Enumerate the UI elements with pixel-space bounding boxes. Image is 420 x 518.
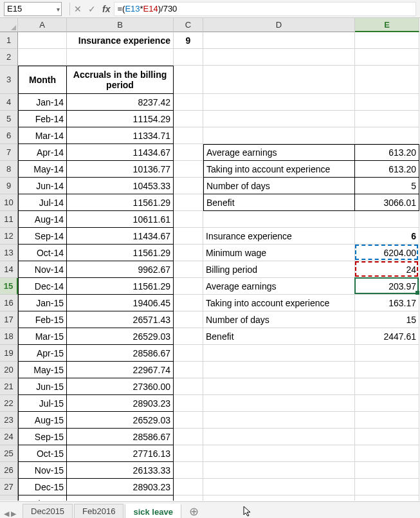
cell-E9[interactable]: 5: [355, 178, 419, 194]
cell-A28[interactable]: Total: [18, 495, 67, 501]
cell-E11[interactable]: [355, 211, 419, 228]
row-header-18[interactable]: 18: [0, 328, 18, 345]
col-header-E[interactable]: E: [355, 18, 419, 32]
cell-A15[interactable]: Dec-14: [18, 278, 67, 295]
cell-B21[interactable]: 27360.00: [67, 378, 174, 395]
row-header-23[interactable]: 23: [0, 412, 18, 429]
cell-C12[interactable]: [174, 228, 203, 245]
cell-C26[interactable]: [174, 462, 203, 479]
cell-C6[interactable]: [174, 127, 203, 144]
cell-D23[interactable]: [203, 412, 355, 429]
cell-D1[interactable]: [203, 32, 355, 49]
cell-A11[interactable]: Aug-14: [18, 211, 67, 228]
cell-B22[interactable]: 28903.23: [67, 395, 174, 412]
cell-E17[interactable]: 15: [355, 311, 419, 328]
row-header-20[interactable]: 20: [0, 362, 18, 378]
col-header-B[interactable]: B: [67, 18, 174, 32]
cell-C11[interactable]: [174, 211, 203, 228]
cell-E1[interactable]: [355, 32, 419, 49]
cell-B3[interactable]: Accruals in the billing period: [67, 66, 174, 94]
cell-B18[interactable]: 26529.03: [67, 328, 174, 345]
cell-D8[interactable]: Taking into account experience: [203, 161, 355, 178]
cell-D18[interactable]: Benefit: [203, 328, 355, 345]
row-header-1[interactable]: 1: [0, 32, 18, 49]
row-header-22[interactable]: 22: [0, 395, 18, 412]
row-header-16[interactable]: 16: [0, 295, 18, 311]
row-header-9[interactable]: 9: [0, 178, 18, 194]
spreadsheet-area[interactable]: ABCDE 1234567891011121314151617181920212…: [0, 18, 420, 501]
row-header-7[interactable]: 7: [0, 144, 18, 161]
row-header-5[interactable]: 5: [0, 111, 18, 127]
cell-B19[interactable]: 28586.67: [67, 345, 174, 362]
cell-B24[interactable]: 28586.67: [67, 429, 174, 445]
cell-C13[interactable]: [174, 245, 203, 261]
cell-C20[interactable]: [174, 362, 203, 378]
cell-B2[interactable]: [67, 49, 174, 66]
cell-A18[interactable]: Mar-15: [18, 328, 67, 345]
cell-D2[interactable]: [203, 49, 355, 66]
cell-C24[interactable]: [174, 429, 203, 445]
cell-A26[interactable]: Nov-15: [18, 462, 67, 479]
row-header-26[interactable]: 26: [0, 462, 18, 479]
cell-C17[interactable]: [174, 311, 203, 328]
cell-A10[interactable]: Jul-14: [18, 194, 67, 211]
col-header-A[interactable]: A: [18, 18, 67, 32]
cell-A2[interactable]: [18, 49, 67, 66]
cell-A17[interactable]: Feb-15: [18, 311, 67, 328]
row-header-2[interactable]: 2: [0, 49, 18, 66]
row-header-27[interactable]: 27: [0, 479, 18, 495]
cell-D14[interactable]: Billing period: [203, 261, 355, 278]
cell-E18[interactable]: 2447.61: [355, 328, 419, 345]
cell-E22[interactable]: [355, 395, 419, 412]
row-header-10[interactable]: 10: [0, 194, 18, 211]
cell-D16[interactable]: Taking into account experience: [203, 295, 355, 311]
row-header-4[interactable]: 4: [0, 94, 18, 111]
cell-C9[interactable]: [174, 178, 203, 194]
row-header-8[interactable]: 8: [0, 161, 18, 178]
row-header-19[interactable]: 19: [0, 345, 18, 362]
cell-B14[interactable]: 9962.67: [67, 261, 174, 278]
cell-E16[interactable]: 163.17: [355, 295, 419, 311]
cell-B23[interactable]: 26529.03: [67, 412, 174, 429]
cell-E7[interactable]: 613.20: [355, 144, 419, 161]
cell-A25[interactable]: Oct-15: [18, 445, 67, 462]
cell-A12[interactable]: Sep-14: [18, 228, 67, 245]
cell-D25[interactable]: [203, 445, 355, 462]
cell-D21[interactable]: [203, 378, 355, 395]
sheet-tab-sick-leave[interactable]: sick leave: [125, 504, 181, 518]
cell-E2[interactable]: [355, 49, 419, 66]
cell-D27[interactable]: [203, 479, 355, 495]
cell-A9[interactable]: Jun-14: [18, 178, 67, 194]
cell-E6[interactable]: [355, 127, 419, 144]
cell-A22[interactable]: Jul-15: [18, 395, 67, 412]
row-header-21[interactable]: 21: [0, 378, 18, 395]
cell-B4[interactable]: 8237.42: [67, 94, 174, 111]
sheet-tab-Feb2016[interactable]: Feb2016: [74, 504, 123, 518]
row-header-25[interactable]: 25: [0, 445, 18, 462]
cell-C25[interactable]: [174, 445, 203, 462]
cell-C3[interactable]: [174, 66, 203, 94]
cell-A3[interactable]: Month: [18, 66, 67, 94]
cell-B17[interactable]: 26571.43: [67, 311, 174, 328]
cell-A24[interactable]: Sep-15: [18, 429, 67, 445]
cell-A5[interactable]: Feb-14: [18, 111, 67, 127]
cell-E26[interactable]: [355, 462, 419, 479]
accept-icon[interactable]: ✓: [88, 4, 96, 14]
cell-C21[interactable]: [174, 378, 203, 395]
cell-A20[interactable]: May-15: [18, 362, 67, 378]
col-header-D[interactable]: D: [203, 18, 355, 32]
cell-B11[interactable]: 10611.61: [67, 211, 174, 228]
cell-C27[interactable]: [174, 479, 203, 495]
cell-A23[interactable]: Aug-15: [18, 412, 67, 429]
cell-A7[interactable]: Apr-14: [18, 144, 67, 161]
cell-B16[interactable]: 19406.45: [67, 295, 174, 311]
sheet-tab-Dec2015[interactable]: Dec2015: [23, 504, 73, 518]
cell-B20[interactable]: 22967.74: [67, 362, 174, 378]
cell-A16[interactable]: Jan-15: [18, 295, 67, 311]
name-box[interactable]: E15 ▾: [4, 2, 62, 16]
row-header-13[interactable]: 13: [0, 245, 18, 261]
cell-B12[interactable]: 11434.67: [67, 228, 174, 245]
cell-D17[interactable]: Number of days: [203, 311, 355, 328]
cell-A27[interactable]: Dec-15: [18, 479, 67, 495]
cell-A19[interactable]: Apr-15: [18, 345, 67, 362]
